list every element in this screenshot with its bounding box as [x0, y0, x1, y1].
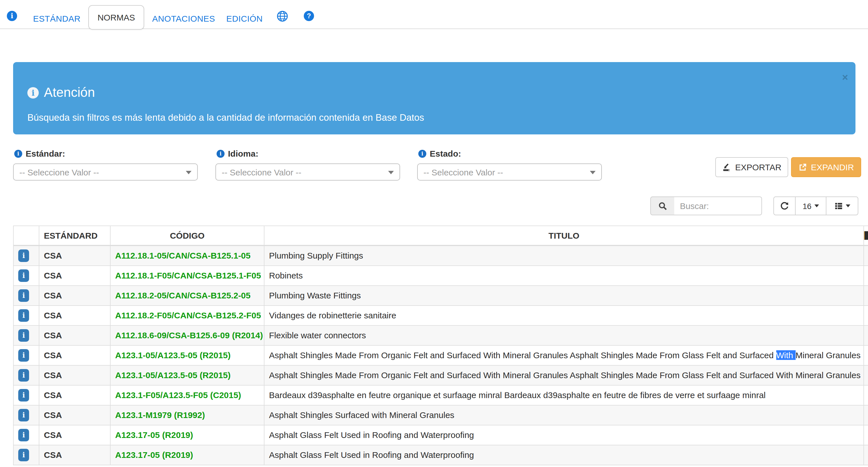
- row-edge-cell: [864, 245, 868, 265]
- tab-normas-active[interactable]: NORMAS: [88, 5, 144, 30]
- expand-icon: [798, 163, 807, 171]
- row-code-link[interactable]: A123.1-M1979 (R1992): [115, 410, 205, 420]
- expand-button[interactable]: EXPANDIR: [791, 157, 861, 177]
- refresh-icon: [780, 202, 789, 210]
- table-header-row: ESTÁNDARD CÓDIGO TITULO: [13, 226, 868, 245]
- info-icon[interactable]: i: [418, 149, 426, 158]
- export-button[interactable]: EXPORTAR: [715, 157, 788, 177]
- row-info-cell: i: [13, 265, 39, 285]
- attention-alert: i Atención Búsqueda sin filtros es más l…: [13, 62, 856, 134]
- row-code-link[interactable]: A112.18.1-F05/CAN/CSA-B125.1-F05: [115, 270, 261, 280]
- filter-estado-select[interactable]: -- Seleccione Valor --: [417, 163, 602, 180]
- row-info-button[interactable]: i: [18, 289, 29, 302]
- row-code-link[interactable]: A123.17-05 (R2019): [115, 450, 193, 460]
- row-title: Asphalt Glass Felt Used in Roofing and W…: [264, 425, 864, 445]
- row-edge-cell: [864, 265, 868, 285]
- row-info-button[interactable]: i: [18, 389, 29, 401]
- chevron-down-icon: [388, 171, 394, 174]
- table-row: i CSA A123.1-05/A123.5-05 (R2015) Asphal…: [13, 365, 868, 385]
- search-icon: [658, 201, 667, 210]
- alert-message: Búsqueda sin filtros es más lenta debido…: [27, 112, 424, 123]
- table-row: i CSA A123.1-M1979 (R1992) Asphalt Shing…: [13, 405, 868, 425]
- tab-estandar[interactable]: ESTÁNDAR: [33, 14, 81, 23]
- row-info-cell: i: [13, 345, 39, 365]
- row-title: Flexible water connectors: [264, 325, 864, 345]
- row-info-button[interactable]: i: [18, 309, 29, 322]
- export-button-label: EXPORTAR: [735, 162, 781, 172]
- globe-icon[interactable]: [276, 10, 288, 22]
- export-icon: [722, 163, 731, 172]
- row-title: Asphalt Shingles Surfaced with Mineral G…: [264, 405, 864, 425]
- row-edge-cell: [864, 365, 868, 385]
- table-row: i CSA A112.18.2-F05/CAN/CSA-B125.2-F05 V…: [13, 305, 868, 325]
- page: i ESTÁNDAR NORMAS ANOTACIONES EDICIÓN ? …: [0, 0, 868, 467]
- list-icon: [834, 202, 843, 210]
- top-navigation: i ESTÁNDAR NORMAS ANOTACIONES EDICIÓN ?: [0, 0, 868, 29]
- row-edge-cell: [864, 425, 868, 445]
- row-info-button[interactable]: i: [18, 369, 29, 381]
- row-info-cell: i: [13, 305, 39, 325]
- row-standard: CSA: [39, 385, 110, 405]
- row-standard: CSA: [39, 445, 110, 465]
- table-row: i CSA A112.18.6-09/CSA-B125.6-09 (R2014)…: [13, 325, 868, 345]
- row-code-link[interactable]: A112.18.2-F05/CAN/CSA-B125.2-F05: [115, 310, 261, 320]
- row-code-link[interactable]: A112.18.2-05/CAN/CSA-B125.2-05: [115, 291, 250, 300]
- header-estandar[interactable]: ESTÁNDARD: [39, 226, 110, 245]
- chevron-down-icon: [814, 204, 819, 207]
- tab-edicion[interactable]: EDICIÓN: [226, 14, 263, 23]
- table-row: i CSA A112.18.1-05/CAN/CSA-B125.1-05 Plu…: [13, 245, 868, 265]
- row-info-cell: i: [13, 385, 39, 405]
- header-codigo[interactable]: CÓDIGO: [110, 226, 264, 245]
- columns-dropdown[interactable]: [826, 197, 858, 215]
- row-info-button[interactable]: i: [18, 269, 29, 281]
- row-code-link[interactable]: A112.18.1-05/CAN/CSA-B125.1-05: [115, 251, 250, 260]
- row-info-button[interactable]: i: [18, 349, 29, 361]
- row-title: Bardeaux d39asphalte en feutre organique…: [264, 385, 864, 405]
- table-row: i CSA A112.18.1-F05/CAN/CSA-B125.1-F05 R…: [13, 265, 868, 285]
- header-info-col: [13, 226, 39, 245]
- row-edge-cell: [864, 285, 868, 305]
- row-info-cell: i: [13, 365, 39, 385]
- select-value: -- Seleccione Valor --: [424, 167, 503, 177]
- refresh-button[interactable]: [773, 197, 796, 215]
- row-code-link[interactable]: A112.18.6-09/CSA-B125.6-09 (R2014): [115, 330, 263, 340]
- tab-anotaciones[interactable]: ANOTACIONES: [152, 14, 215, 23]
- row-info-button[interactable]: i: [18, 249, 29, 262]
- filter-estandar-select[interactable]: -- Seleccione Valor --: [13, 163, 198, 180]
- header-titulo[interactable]: TITULO: [264, 226, 864, 245]
- row-code-link[interactable]: A123.1-05/A123.5-05 (R2015): [115, 350, 230, 360]
- chevron-down-icon: [590, 171, 596, 174]
- row-info-cell: i: [13, 445, 39, 465]
- filter-idioma: i Idioma: -- Seleccione Valor --: [215, 148, 400, 158]
- filter-estandar: i Estándar: -- Seleccione Valor --: [13, 148, 198, 158]
- filter-idioma-select[interactable]: -- Seleccione Valor --: [215, 163, 400, 180]
- alert-close-icon[interactable]: ×: [842, 72, 848, 82]
- row-info-button[interactable]: i: [18, 409, 29, 421]
- row-standard: CSA: [39, 425, 110, 445]
- row-standard: CSA: [39, 365, 110, 385]
- info-icon[interactable]: i: [14, 149, 22, 158]
- row-info-button[interactable]: i: [18, 429, 29, 441]
- filter-estado: i Estado: -- Seleccione Valor --: [417, 148, 602, 158]
- table-body: i CSA A112.18.1-05/CAN/CSA-B125.1-05 Plu…: [13, 245, 868, 465]
- row-edge-cell: [864, 325, 868, 345]
- search-button[interactable]: [650, 197, 675, 215]
- row-code-link[interactable]: A123.1-05/A123.5-05 (R2015): [115, 370, 230, 380]
- help-icon[interactable]: ?: [304, 11, 314, 21]
- row-code-link[interactable]: A123.1-F05/A123.5-F05 (C2015): [115, 390, 241, 400]
- row-info-cell: i: [13, 285, 39, 305]
- header-next-column-clipped: [864, 226, 868, 245]
- search-input[interactable]: [674, 197, 762, 215]
- row-title: Vidanges de robinetterie sanitaire: [264, 305, 864, 325]
- row-info-cell: i: [13, 245, 39, 265]
- expand-button-label: EXPANDIR: [811, 162, 854, 172]
- filter-estado-label: Estado:: [430, 148, 461, 158]
- row-info-button[interactable]: i: [18, 448, 29, 461]
- info-icon[interactable]: i: [7, 11, 17, 21]
- filter-estandar-label: Estándar:: [26, 148, 65, 158]
- row-info-button[interactable]: i: [18, 329, 29, 341]
- page-size-dropdown[interactable]: 16: [795, 197, 827, 215]
- table-row: i CSA A112.18.2-05/CAN/CSA-B125.2-05 Plu…: [13, 285, 868, 305]
- row-code-link[interactable]: A123.17-05 (R2019): [115, 430, 193, 440]
- info-icon[interactable]: i: [217, 149, 224, 158]
